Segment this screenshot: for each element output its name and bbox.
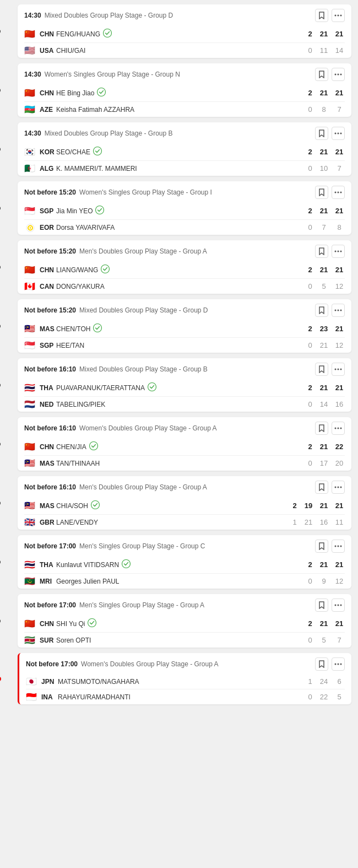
bookmark-button[interactable]	[315, 481, 328, 494]
match-bullet	[0, 501, 1, 505]
player-name: CHIA/SOH	[56, 500, 291, 511]
more-button[interactable]	[332, 422, 345, 435]
player-name-text: LIANG/WANG	[56, 266, 98, 274]
more-button[interactable]	[332, 657, 345, 671]
country-code: CHN	[40, 443, 56, 451]
player-name: TAN/THINAAH	[56, 460, 306, 467]
score-2: 21	[334, 266, 345, 274]
svg-point-31	[335, 428, 337, 429]
score-0: 1	[291, 518, 299, 526]
more-button[interactable]	[332, 186, 345, 199]
more-button[interactable]	[332, 68, 345, 81]
svg-point-0	[335, 15, 337, 17]
flag-MAS: 🇲🇾	[24, 502, 36, 510]
country-code: SGP	[40, 207, 56, 215]
bookmark-button[interactable]	[315, 245, 328, 258]
svg-point-30	[148, 383, 156, 391]
svg-point-14	[340, 192, 342, 193]
winner-check-icon	[93, 324, 102, 334]
player-name: RAHAYU/RAMADHANTI	[58, 693, 306, 701]
winner-check-icon	[148, 382, 156, 393]
more-button[interactable]	[332, 540, 345, 553]
bookmark-button[interactable]	[315, 363, 328, 376]
score-2: 20	[334, 459, 345, 467]
svg-point-35	[335, 487, 337, 488]
player-name-text: K. MAMMERI/T. MAMMERI	[56, 165, 137, 172]
match-header: 14:30Women's Singles Group Play Stage - …	[18, 63, 351, 84]
team-row: 🇨🇳CHNHE Bing Jiao22121	[18, 84, 351, 101]
scores: 1211611	[291, 518, 345, 526]
country-code: GBR	[40, 519, 56, 526]
bookmark-button[interactable]	[315, 657, 328, 671]
country-code: MAS	[40, 460, 56, 467]
more-button[interactable]	[332, 599, 345, 612]
match-wrapper-m10: Not before 17:00Men's Singles Group Play…	[7, 535, 351, 589]
score-1: 21	[318, 148, 329, 156]
bookmark-button[interactable]	[315, 540, 328, 553]
match-wrapper-m4: Not before 15:20Women's Singles Group Pl…	[7, 181, 351, 235]
bookmark-button[interactable]	[315, 68, 328, 81]
match-header-left: 14:30Women's Singles Group Play Stage - …	[24, 71, 180, 78]
scores: 02112	[306, 341, 345, 349]
match-header-right	[315, 9, 345, 22]
player-name-text: Soren OPTI	[56, 637, 91, 644]
player-name-text: MATSUMOTO/NAGAHARA	[58, 678, 139, 686]
match-header-right	[315, 481, 345, 494]
match-wrapper-m12: Not before 17:00Women's Doubles Group Pl…	[7, 653, 351, 704]
match-stage: Women's Singles Group Play Stage - Group…	[79, 188, 212, 196]
scores: 0512	[306, 282, 345, 290]
more-button[interactable]	[332, 127, 345, 140]
bookmark-button[interactable]	[315, 599, 328, 612]
team-row: 🇬🇧GBRLANE/VENDY1211611	[18, 515, 351, 530]
match-bullet	[0, 619, 1, 623]
score-1: 5	[318, 282, 329, 290]
svg-point-7	[97, 88, 106, 96]
more-button[interactable]	[332, 304, 345, 317]
country-code: SUR	[40, 637, 56, 644]
score-0: 2	[306, 384, 314, 392]
bookmark-button[interactable]	[315, 422, 328, 435]
svg-point-11	[94, 147, 102, 155]
match-wrapper-m1: 14:30Mixed Doubles Group Play Stage - Gr…	[7, 4, 351, 58]
player-name: CHEN/JIA	[56, 441, 306, 452]
match-header: Not before 16:10Men's Doubles Group Play…	[18, 476, 351, 497]
flag-CAN: 🇨🇦	[24, 282, 36, 290]
team-row: 🇸🇬SGPHEE/TAN02112	[18, 338, 351, 353]
bookmark-button[interactable]	[315, 127, 328, 140]
player-name: PUAVARANUK/TAERATTANA	[56, 382, 306, 393]
match-time: Not before 17:00	[24, 542, 76, 550]
bookmark-button[interactable]	[315, 186, 328, 199]
svg-point-3	[104, 29, 112, 37]
score-2: 12	[334, 341, 345, 349]
more-button[interactable]	[332, 245, 345, 258]
player-name: MATSUMOTO/NAGAHARA	[58, 678, 306, 686]
flag-USA: 🇺🇸	[24, 46, 36, 55]
svg-point-37	[340, 487, 342, 488]
match-header-right	[315, 363, 345, 376]
match-header-right	[315, 304, 345, 317]
more-button[interactable]	[332, 481, 345, 494]
match-bullet	[0, 88, 1, 92]
country-code: MRI	[40, 578, 56, 585]
scores: 0225	[306, 693, 345, 701]
score-2: 8	[334, 223, 345, 231]
more-button[interactable]	[332, 9, 345, 22]
country-code: USA	[40, 47, 56, 55]
match-card-m4: Not before 15:20Women's Singles Group Pl…	[18, 181, 351, 235]
bookmark-button[interactable]	[315, 9, 328, 22]
team-row: 🇲🇷MRIGeorges Julien PAUL0912	[18, 574, 351, 589]
score-2: 5	[334, 693, 345, 701]
score-2: 21	[334, 619, 345, 628]
score-0: 2	[306, 148, 314, 156]
more-button[interactable]	[332, 363, 345, 376]
score-2: 21	[334, 148, 345, 156]
team-row: 🇨🇳CHNCHEN/JIA22122	[18, 438, 351, 455]
flag-CHN: 🇨🇳	[24, 619, 36, 628]
match-bullet	[0, 560, 1, 564]
svg-point-43	[335, 605, 337, 606]
bookmark-button[interactable]	[315, 304, 328, 317]
svg-point-27	[335, 369, 337, 370]
team-row: 🇸🇬SGPJia Min YEO22121	[18, 202, 351, 219]
team-row: EORDorsa YAVARIVAFA078	[18, 220, 351, 235]
flag-CHN: 🇨🇳	[24, 443, 36, 451]
